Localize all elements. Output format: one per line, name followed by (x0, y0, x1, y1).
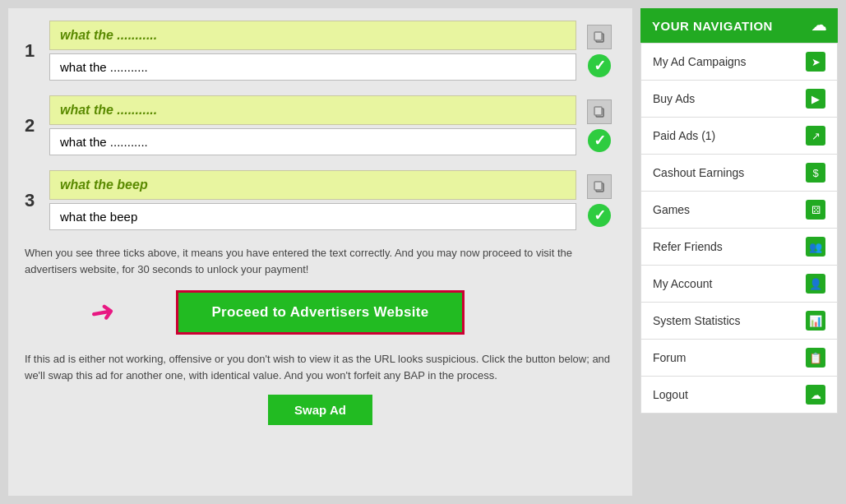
svg-rect-5 (594, 182, 602, 190)
buy-ads-icon: ▶ (806, 89, 825, 109)
sidebar-item-label-buy-ads: Buy Ads (653, 92, 695, 105)
sidebar-item-my-account[interactable]: My Account 👤 (641, 266, 837, 303)
swap-wrapper: Swap Ad (25, 395, 616, 425)
row-actions-1: ✓ (583, 25, 616, 77)
sidebar-item-logout[interactable]: Logout ☁ (641, 377, 837, 413)
check-icon-2: ✓ (588, 129, 611, 152)
cashout-earnings-icon: $ (806, 163, 825, 183)
captcha-inputs-3: what the beep (49, 170, 576, 230)
instructions-text: When you see three ticks above, it means… (25, 245, 616, 277)
sidebar-nav: My Ad Campaigns ➤ Buy Ads ▶ Paid Ads (1)… (640, 43, 838, 414)
sidebar-item-label-my-ad-campaigns: My Ad Campaigns (653, 55, 747, 68)
sidebar-item-cashout-earnings[interactable]: Cashout Earnings $ (641, 155, 837, 192)
copy-icon-1[interactable] (587, 25, 612, 49)
captcha-inputs-1: what the ........... (49, 21, 576, 81)
arrow-wrapper: ➜ (90, 295, 115, 330)
row-number-1: 1 (25, 40, 49, 62)
captcha-row-3: 3 what the beep ✓ (25, 170, 616, 230)
captcha-row-1: 1 what the ........... ✓ (25, 21, 616, 81)
check-icon-1: ✓ (588, 54, 611, 77)
sidebar-item-label-forum: Forum (653, 351, 686, 364)
proceed-button[interactable]: Proceed to Advertisers Website (176, 290, 464, 335)
sidebar-item-paid-ads[interactable]: Paid Ads (1) ↗ (641, 118, 837, 155)
system-statistics-icon: 📊 (806, 311, 825, 331)
sidebar-item-label-logout: Logout (653, 388, 688, 401)
row-actions-3: ✓ (583, 174, 616, 227)
my-ad-campaigns-icon: ➤ (806, 52, 825, 72)
captcha-input-3[interactable] (49, 203, 576, 230)
sidebar-item-my-ad-campaigns[interactable]: My Ad Campaigns ➤ (641, 44, 837, 81)
sidebar: YOUR NAVIGATION ☁ My Ad Campaigns ➤ Buy … (640, 8, 838, 496)
sidebar-item-buy-ads[interactable]: Buy Ads ▶ (641, 81, 837, 118)
sidebar-item-refer-friends[interactable]: Refer Friends 👥 (641, 229, 837, 266)
sidebar-header-cloud-icon: ☁ (811, 16, 827, 35)
captcha-input-2[interactable] (49, 128, 576, 155)
games-icon: ⚄ (806, 200, 825, 220)
copy-icon-2[interactable] (587, 99, 612, 124)
sidebar-item-label-my-account: My Account (653, 277, 712, 290)
arrow-icon: ➜ (88, 294, 118, 332)
check-icon-3: ✓ (588, 204, 611, 227)
captcha-row-2: 2 what the ........... ✓ (25, 95, 616, 155)
svg-rect-1 (594, 32, 602, 40)
captcha-display-1: what the ........... (49, 21, 576, 50)
row-number-2: 2 (25, 115, 49, 136)
sidebar-item-label-cashout-earnings: Cashout Earnings (653, 166, 744, 179)
sidebar-item-system-statistics[interactable]: System Statistics 📊 (641, 303, 837, 340)
captcha-input-1[interactable] (49, 53, 576, 81)
row-number-3: 3 (25, 190, 49, 211)
sidebar-item-label-system-statistics: System Statistics (653, 314, 741, 327)
sidebar-item-games[interactable]: Games ⚄ (641, 192, 837, 229)
my-account-icon: 👤 (806, 274, 825, 294)
row-actions-2: ✓ (583, 99, 616, 152)
sidebar-item-label-refer-friends: Refer Friends (653, 240, 723, 253)
swap-button[interactable]: Swap Ad (268, 395, 372, 425)
sidebar-item-label-paid-ads: Paid Ads (1) (653, 129, 715, 142)
captcha-inputs-2: what the ........... (49, 95, 576, 155)
sidebar-item-forum[interactable]: Forum 📋 (641, 340, 837, 377)
forum-icon: 📋 (806, 348, 825, 368)
svg-rect-3 (594, 107, 602, 115)
logout-icon: ☁ (806, 385, 825, 405)
sidebar-header: YOUR NAVIGATION ☁ (640, 8, 838, 43)
main-content: 1 what the ........... ✓ 2 what the ....… (8, 8, 632, 496)
warning-text: If this ad is either not working, offens… (25, 351, 616, 383)
proceed-wrapper: ➜ Proceed to Advertisers Website (25, 290, 616, 335)
paid-ads-icon: ↗ (806, 126, 825, 146)
refer-friends-icon: 👥 (806, 237, 825, 257)
copy-icon-3[interactable] (587, 174, 612, 199)
page-wrapper: 1 what the ........... ✓ 2 what the ....… (0, 0, 846, 504)
sidebar-header-label: YOUR NAVIGATION (652, 19, 773, 33)
sidebar-item-label-games: Games (653, 203, 690, 216)
captcha-display-3: what the beep (49, 170, 576, 200)
captcha-display-2: what the ........... (49, 95, 576, 125)
